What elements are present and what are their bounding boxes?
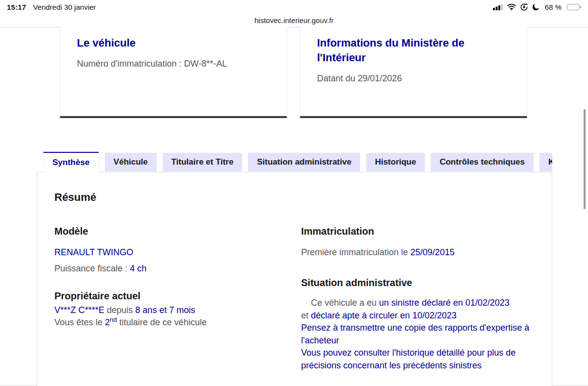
text-segment: depuis [104, 305, 135, 315]
status-date: Vendredi 30 janvier [33, 3, 96, 11]
registration-heading: Immatriculation [301, 225, 535, 238]
text-segment: Première immatriculation le [301, 247, 411, 257]
browser-url-bar[interactable]: histovec.interieur.gouv.fr [0, 14, 588, 27]
tab-situation-administrative[interactable]: Situation administrative [248, 153, 360, 171]
text-segment: un sinistre déclaré en 01/02/2023 [379, 298, 510, 308]
text-segment: Pensez à transmettre une copie des rappo… [301, 323, 530, 345]
admin-status-heading: Situation administrative [301, 276, 535, 289]
text-segment: Ce véhicule a eu [311, 298, 379, 308]
tab-historique[interactable]: Historique [366, 153, 425, 171]
battery-icon [565, 4, 581, 10]
scrollbar-thumb[interactable] [584, 109, 586, 209]
text-segment: déclaré apte à circuler en 10/02/2023 [311, 311, 457, 320]
text-segment: titulaire de ce véhicule [117, 317, 207, 327]
model-heading: Modèle [54, 225, 288, 238]
text-segment: 4 ch [130, 264, 147, 273]
clock: 15:17 [7, 3, 26, 11]
tab-controles-techniques[interactable]: Contrôles techniques [431, 153, 534, 171]
tab-vehicule[interactable]: Véhicule [105, 153, 157, 171]
summary-right-column: Immatriculation Première immatriculation… [301, 225, 535, 372]
tab-kilometrage[interactable]: Kilométrage [539, 153, 552, 171]
first-registration-line: Première immatriculation le 25/09/2015 [301, 246, 535, 259]
synthese-panel: Résumé Modèle RENAULT TWINGO Puissance f… [37, 172, 552, 386]
text-segment: Puissance fiscale : [54, 264, 130, 273]
wifi-icon [507, 4, 516, 10]
battery-percent-label: 68 % [545, 3, 562, 11]
vehicle-registration-number: Numéro d'immatriculation : DW-8**-AL [77, 58, 270, 70]
owner-holder-line: Vous êtes le 2nd titulaire de ce véhicul… [54, 316, 288, 329]
text-segment: 2 [105, 317, 110, 327]
ios-status-bar: 15:17 Vendredi 30 janvier [0, 0, 588, 14]
summary-title: Résumé [54, 191, 535, 204]
fiscal-power-line: Puissance fiscale : 4 ch [54, 263, 288, 275]
ministry-card-title: Informations du Ministère de l'Intérieur [317, 36, 510, 65]
ministry-info-date: Datant du 29/01/2026 [317, 72, 510, 84]
admin-status-paragraph: Ce véhicule a eu un sinistre déclaré en … [301, 297, 535, 372]
text-segment: 8 ans et 7 mois [135, 305, 195, 315]
summary-left-column: Modèle RENAULT TWINGO Puissance fiscale … [54, 225, 288, 372]
tab-synthese[interactable]: Synthèse [43, 152, 99, 172]
text-segment: et [301, 311, 311, 320]
current-owner-heading: Propriétaire actuel [54, 290, 288, 302]
vehicle-card: Le véhicule Numéro d'immatriculation : D… [60, 27, 287, 118]
text-segment: nd [110, 316, 117, 323]
text-segment: Vous pouvez consulter l'historique détai… [301, 348, 516, 370]
text-segment: 25/09/2015 [411, 247, 455, 257]
report-tab-bar: Synthèse Véhicule Titulaire et Titre Sit… [37, 152, 552, 172]
text-segment: V***Z C****E [54, 305, 104, 315]
model-name: RENAULT TWINGO [54, 246, 288, 259]
ministry-info-card: Informations du Ministère de l'Intérieur… [300, 27, 527, 118]
cellular-signal-icon [493, 4, 503, 10]
text-segment: Vous êtes le [54, 317, 105, 327]
vehicle-card-title: Le véhicule [77, 36, 270, 50]
tab-titulaire-et-titre[interactable]: Titulaire et Titre [163, 153, 243, 171]
url-text[interactable]: histovec.interieur.gouv.fr [254, 16, 333, 24]
owner-since-line: V***Z C****E depuis 8 ans et 7 mois [54, 304, 288, 316]
do-not-disturb-moon-icon [532, 3, 540, 11]
rotation-lock-icon [520, 3, 528, 11]
